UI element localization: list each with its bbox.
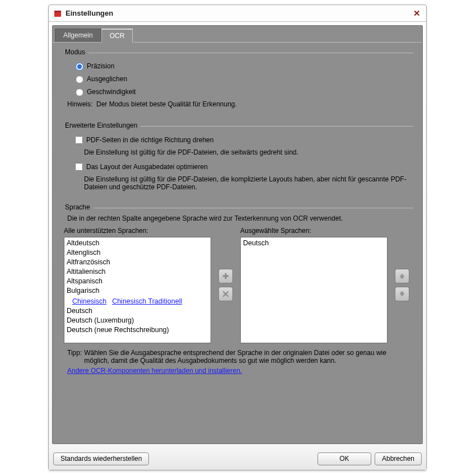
tab-bar: Allgemein OCR: [55, 28, 420, 42]
svg-rect-1: [54, 11, 61, 12]
all-languages-col: Alle unterstützten Sprachen: AltdeutschA…: [64, 227, 211, 343]
list-item[interactable]: Deutsch (neue Rechtschreibung): [67, 325, 208, 335]
add-language-button[interactable]: [218, 269, 233, 283]
list-item[interactable]: Chinesisch Traditionell: [106, 296, 182, 306]
move-up-button[interactable]: [395, 269, 409, 283]
language-desc: Die in der rechten Spalte angegebene Spr…: [62, 211, 413, 227]
language-columns: Alle unterstützten Sprachen: AltdeutschA…: [62, 227, 413, 343]
list-item[interactable]: Deutsch (Luxemburg): [67, 316, 208, 325]
mode-hint-label: Hinweis:: [67, 100, 92, 108]
radio-speed[interactable]: [76, 88, 83, 96]
rotate-note: Die Einstellung ist gültig für die PDF-D…: [62, 147, 413, 160]
radio-precision-label: Präzision: [87, 62, 114, 70]
restore-defaults-button[interactable]: Standards wiederherstellen: [53, 452, 149, 465]
selected-languages-label: Ausgewählte Sprachen:: [240, 227, 388, 237]
divider: [141, 126, 413, 127]
tab-content-ocr: Modus Präzision Ausgeglichen Geschwindig…: [53, 42, 422, 444]
radio-precision[interactable]: [76, 63, 83, 71]
mode-section: Modus Präzision Ausgeglichen Geschwindig…: [62, 48, 413, 108]
remove-language-button[interactable]: [218, 287, 233, 301]
list-item[interactable]: Altfranzösisch: [67, 258, 208, 267]
dialog-footer: Standards wiederherstellen OK Abbrechen: [49, 447, 426, 470]
checkbox-layout-label: Das Layout der Ausgabedatei optimieren: [86, 163, 208, 171]
mode-hint: Hinweis: Der Modus bietet beste Qualität…: [62, 98, 413, 108]
all-languages-label: Alle unterstützten Sprachen:: [64, 227, 211, 237]
settings-dialog: Einstellungen ✕ Allgemein OCR Modus Präz…: [48, 4, 427, 470]
move-down-button[interactable]: [395, 287, 409, 301]
mode-group-label: Modus: [62, 48, 88, 56]
selected-languages-col: Ausgewählte Sprachen: Deutsch: [240, 227, 388, 343]
tab-ocr[interactable]: OCR: [101, 29, 133, 43]
list-item[interactable]: Altdeutsch: [67, 239, 208, 248]
list-item[interactable]: Altitalienisch: [67, 267, 208, 277]
divider: [94, 208, 413, 208]
list-item[interactable]: Bulgarisch: [67, 286, 208, 296]
tip-label: Tipp:: [67, 349, 82, 365]
ok-button[interactable]: OK: [318, 452, 371, 465]
order-buttons: [393, 227, 411, 343]
tab-general[interactable]: Allgemein: [55, 29, 101, 43]
cancel-button[interactable]: Abbrechen: [375, 452, 422, 465]
list-item[interactable]: Deutsch: [243, 239, 385, 248]
list-item[interactable]: Deutsch: [67, 306, 208, 316]
radio-speed-label: Geschwindigkeit: [87, 88, 136, 96]
divider: [88, 53, 413, 53]
layout-note: Die Einstellung ist gültig für die PDF-D…: [62, 174, 413, 194]
radio-balanced[interactable]: [76, 76, 83, 83]
mode-hint-text: Der Modus bietet beste Qualität für Erke…: [96, 100, 237, 108]
advanced-layout-row[interactable]: Das Layout der Ausgabedatei optimieren: [62, 160, 413, 174]
list-item[interactable]: Altspanisch: [67, 277, 208, 286]
close-icon[interactable]: ✕: [412, 8, 422, 18]
language-group-label: Sprache: [62, 203, 94, 211]
mode-option-speed[interactable]: Geschwindigkeit: [62, 85, 413, 98]
radio-balanced-label: Ausgeglichen: [87, 75, 127, 83]
advanced-section: Erweiterte Einstellungen PDF-Seiten in d…: [62, 122, 413, 194]
checkbox-rotate[interactable]: [75, 136, 83, 144]
language-section: Sprache Die in der rechten Spalte angege…: [62, 203, 413, 375]
list-item[interactable]: Altenglisch: [67, 248, 208, 258]
tip-text: Wählen Sie die Ausgabesprache entspreche…: [84, 349, 410, 365]
list-item[interactable]: Chinesisch: [67, 296, 106, 306]
titlebar: Einstellungen ✕: [49, 5, 426, 22]
advanced-rotate-row[interactable]: PDF-Seiten in die richtige Richtung dreh…: [62, 133, 413, 147]
advanced-group-label: Erweiterte Einstellungen: [62, 122, 141, 129]
checkbox-layout[interactable]: [75, 163, 83, 171]
window-title: Einstellungen: [66, 9, 412, 17]
mode-option-balanced[interactable]: Ausgeglichen: [62, 72, 413, 85]
download-ocr-link[interactable]: Andere OCR-Komponenten herunterladen und…: [62, 366, 242, 375]
mover-buttons: [217, 227, 235, 343]
all-languages-list[interactable]: AltdeutschAltenglischAltfranzösischAltit…: [64, 237, 211, 343]
app-icon: [53, 9, 62, 18]
checkbox-rotate-label: PDF-Seiten in die richtige Richtung dreh…: [86, 136, 213, 144]
language-tip: Tipp: Wählen Sie die Ausgabesprache ents…: [62, 343, 413, 366]
mode-option-precision[interactable]: Präzision: [62, 59, 413, 72]
selected-languages-list[interactable]: Deutsch: [240, 237, 388, 343]
dialog-body: Allgemein OCR Modus Präzision Ausgeglich…: [52, 25, 423, 444]
